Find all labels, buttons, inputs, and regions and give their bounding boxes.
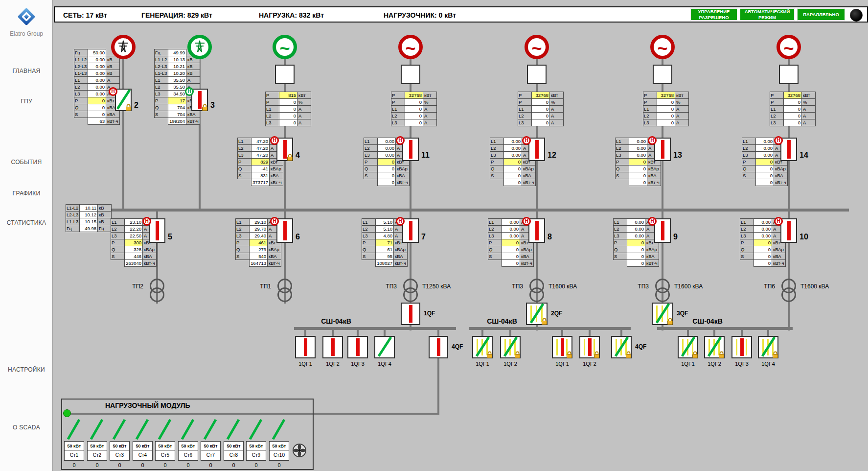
load-unit: 50 кВтСт7 [201, 441, 221, 461]
lock-icon [125, 104, 132, 111]
sidebar-item-2[interactable]: ГПУ [0, 98, 53, 105]
table-row: P0% [265, 98, 311, 106]
param-label: L2-L3 [154, 63, 168, 70]
load-unit-value: 0 [155, 462, 175, 468]
breaker-10[interactable] [780, 218, 797, 243]
table-row: L20A [770, 112, 816, 119]
param-unit: A [423, 119, 437, 126]
sidebar-item-7[interactable]: О SCADA [0, 424, 53, 431]
param-label: L2 [364, 144, 378, 152]
button-line: РЕЖИМ [740, 15, 794, 20]
generator-source-indicator: ~ [273, 35, 297, 59]
feeder-label: 1QF1 [476, 361, 489, 367]
param-label: Q [613, 246, 627, 253]
param-label: S [740, 253, 754, 260]
param-value: 300 [124, 239, 143, 246]
breaker-1QF3[interactable] [347, 336, 368, 358]
table-row: 373717кВт·ч [237, 179, 283, 186]
table-row: Q0кВАр [613, 246, 659, 253]
breaker-number: 14 [799, 151, 808, 160]
control-enabled-button[interactable]: УПРАВЛЕНИЕ РАЗРЕШЕНО [690, 8, 737, 21]
param-unit: кВт [423, 92, 437, 99]
param-label: L2 [154, 83, 168, 91]
param-label: S [154, 111, 168, 118]
param-unit: кВт·ч [772, 259, 786, 267]
breaker-1QF[interactable] [401, 303, 420, 325]
param-label [362, 259, 376, 267]
sidebar-item-1[interactable]: ГЛАВНАЯ [0, 68, 53, 74]
table-row: 63кВт·ч [74, 118, 120, 125]
param-unit: кВт·ч [393, 259, 408, 267]
breaker-1QF4[interactable] [374, 336, 395, 358]
sidebar-item-5[interactable]: СТАТИСТИКА [0, 219, 53, 226]
sidebar-item-4[interactable]: ГРАФИКИ [0, 190, 53, 197]
param-unit: кВАр [522, 165, 536, 172]
table-row: 0кВт·ч [742, 179, 788, 186]
param-label: L2 [518, 112, 532, 119]
param-value: 0.00 [629, 151, 647, 159]
breaker-number: 3 [210, 101, 215, 110]
lock-icon [625, 351, 632, 358]
table-row: Q328кВАр [111, 246, 157, 253]
param-unit: кВА [395, 172, 410, 179]
param-value: 35.50 [168, 76, 186, 84]
load-unit-name: Ст8 [224, 451, 243, 460]
param-value: 0.00 [627, 218, 645, 226]
closed-state-bar [787, 140, 791, 159]
param-unit: кВА [772, 253, 786, 260]
param-unit: кВт·ч [520, 259, 534, 267]
sidebar-item-6[interactable]: НАСТРОЙКИ [0, 366, 53, 373]
load-unit: 50 кВтСт9 [246, 441, 266, 461]
breaker-9[interactable] [654, 218, 671, 243]
param-value: 0 [377, 165, 396, 172]
breaker-1QF1[interactable] [295, 336, 316, 358]
load-unit: 50 кВтСт5 [155, 441, 175, 461]
breaker-4QF[interactable] [429, 336, 448, 358]
param-value: 0 [502, 253, 520, 260]
param-value: 199204 [168, 118, 186, 125]
param-value: 0 [503, 165, 522, 172]
param-label: L3 [615, 151, 629, 159]
breaker-8[interactable] [528, 218, 545, 243]
param-label: L2 [770, 112, 784, 119]
breaker-5[interactable] [149, 218, 165, 243]
table-row: L135.50A [154, 76, 200, 84]
table-row: Q-41кВАр [237, 165, 283, 172]
breaker-12[interactable] [528, 138, 545, 161]
auto-mode-button[interactable]: АВТОМАТИЧЕСКИЙ РЕЖИМ [740, 8, 795, 21]
param-value: 0 [279, 98, 297, 106]
power-line [122, 59, 124, 211]
power-indicator[interactable] [850, 9, 863, 22]
param-label: Q [74, 104, 88, 111]
breaker-6[interactable] [276, 218, 293, 243]
param-value: 0 [503, 158, 522, 165]
breaker-1QF2[interactable] [322, 336, 343, 358]
load-unit-name: Ст3 [110, 451, 129, 460]
param-unit: A [106, 76, 120, 84]
param-label: L1 [615, 138, 629, 145]
param-label: L1 [490, 138, 504, 145]
breaker-14[interactable] [780, 138, 797, 161]
sidebar-item-3[interactable]: СОБЫТИЯ [0, 159, 53, 165]
param-label: L3 [235, 232, 250, 239]
breaker-7[interactable] [402, 218, 419, 243]
table-row: S704кВА [154, 111, 200, 118]
load-module-indicator [63, 409, 71, 417]
table-row: L30A [770, 119, 816, 126]
table-row: P32768кВт [391, 92, 437, 99]
button-line: УПРАВЛЕНИЕ [691, 9, 737, 14]
breaker-label: 3QF [677, 310, 688, 317]
param-label [742, 179, 756, 186]
param-value: 328 [124, 246, 143, 253]
param-unit: кВАр [395, 165, 410, 172]
breaker-11[interactable] [402, 138, 419, 161]
connection-box [779, 65, 799, 84]
breaker-1QF3[interactable] [731, 336, 752, 358]
param-value: 0.00 [88, 56, 106, 63]
measurement-table-g3t: P32768кВтP0%L10AL20AL30A [518, 92, 564, 126]
table-row: L2-L310.21кВ [154, 63, 200, 70]
breaker-13[interactable] [654, 138, 671, 161]
parallel-button[interactable]: ПАРАЛЛЕЛЬНО [797, 8, 845, 21]
param-unit: кВА [645, 253, 659, 260]
transformer-name: ТП3 [360, 283, 397, 290]
